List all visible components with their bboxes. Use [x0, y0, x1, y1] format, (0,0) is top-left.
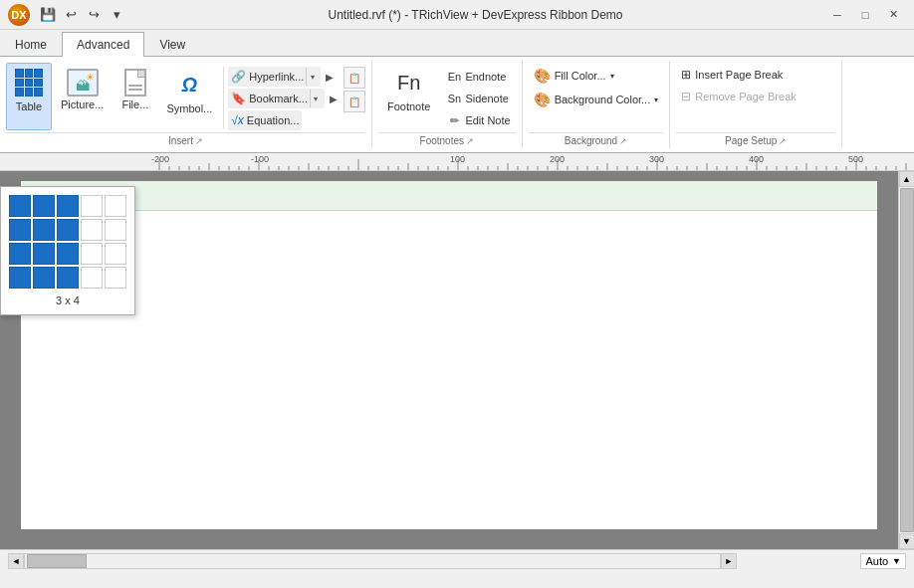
save-quick-btn[interactable]: 💾 — [38, 5, 58, 25]
page-setup-expand-icon[interactable]: ↗ — [779, 136, 787, 146]
endnote-button[interactable]: En Endnote — [441, 67, 515, 87]
footnotes-group-content: Fn Footnote En Endnote Sn Sidenote ✏ Edi… — [378, 61, 516, 132]
bookmark-icon: 🔖 — [231, 92, 246, 105]
table-picker-cell[interactable] — [105, 195, 126, 217]
zoom-arrow: ▼ — [892, 556, 901, 566]
bookmark-button[interactable]: 🔖 Bookmark... ▾ — [228, 89, 325, 108]
table-picker-cell[interactable] — [105, 267, 126, 289]
scroll-down-button[interactable]: ▼ — [899, 533, 915, 549]
table-button[interactable]: Table — [6, 63, 52, 130]
sidenote-button[interactable]: Sn Sidenote — [441, 89, 515, 108]
edit-note-button[interactable]: ✏ Edit Note — [441, 110, 515, 130]
bookmark-arrow[interactable]: ▾ — [310, 90, 322, 107]
h-scroll-thumb[interactable] — [27, 554, 87, 568]
table-picker-cell[interactable] — [105, 243, 126, 265]
title-bar: DX 💾 ↩ ↪ ▾ Untitled.rvf (*) - TRichView … — [0, 0, 914, 30]
separator-1 — [223, 67, 224, 128]
close-button[interactable]: ✕ — [880, 4, 906, 26]
undo-quick-btn[interactable]: ↩ — [61, 5, 81, 25]
bookmark-label: Bookmark... — [249, 93, 308, 104]
background-color-arrow[interactable]: ▾ — [654, 96, 658, 104]
background-color-label: Background Color... — [555, 94, 651, 105]
page-highlight — [21, 181, 877, 211]
fill-color-label: Fill Color... — [555, 70, 606, 82]
window-controls: ─ □ ✕ — [824, 4, 906, 26]
hyperlink-button[interactable]: 🔗 Hyperlink... ▾ — [228, 67, 321, 87]
hyperlink-label: Hyperlink... — [249, 71, 304, 83]
tab-advanced[interactable]: Advanced — [62, 32, 144, 57]
hyp-eq-col: 🔗 Hyperlink... ▾ ▶ 🔖 Bookmark... ▾ ▶ — [228, 63, 342, 132]
hyperlink-icon: 🔗 — [231, 70, 246, 84]
table-picker-cell[interactable] — [105, 219, 126, 241]
redo-quick-btn[interactable]: ↪ — [84, 5, 104, 25]
table-picker-cell[interactable] — [33, 243, 55, 265]
equation-button[interactable]: √x Equation... — [228, 110, 302, 130]
hyperlink-more[interactable]: ▶ — [322, 67, 338, 87]
background-group-label: Background ↗ — [529, 132, 664, 148]
endsidenote-col: En Endnote Sn Sidenote ✏ Edit Note — [441, 63, 515, 130]
table-picker-cell[interactable] — [57, 243, 79, 265]
symbol-label: Symbol... — [166, 102, 212, 114]
zoom-select[interactable]: Auto ▼ — [860, 553, 906, 569]
table-picker-cell[interactable] — [33, 267, 55, 289]
table-picker-popup: 3 x 4 — [0, 186, 135, 315]
insert-page-break-button[interactable]: ⊞ Insert Page Break — [676, 65, 788, 85]
table-picker-cell[interactable] — [33, 219, 55, 241]
footnotes-expand-icon[interactable]: ↗ — [466, 136, 474, 146]
hyperlink-arrow[interactable]: ▾ — [306, 68, 318, 86]
extra-btn-1[interactable]: 📋 — [343, 67, 365, 89]
table-picker-cell[interactable] — [33, 195, 55, 217]
fill-color-arrow[interactable]: ▾ — [610, 72, 614, 81]
extra-btn-2[interactable]: 📋 — [343, 91, 365, 112]
symbol-icon: Ω — [173, 69, 205, 100]
tab-home[interactable]: Home — [0, 32, 62, 57]
table-picker-cell[interactable] — [57, 219, 79, 241]
qa-dropdown-btn[interactable]: ▾ — [107, 5, 126, 25]
picture-button[interactable]: 🏔 ☀ Picture... — [54, 65, 111, 132]
insert-expand-icon[interactable]: ↗ — [195, 136, 203, 146]
picture-icon: 🏔 ☀ — [67, 69, 99, 97]
file-button[interactable]: File... — [113, 65, 157, 132]
fill-color-button[interactable]: 🎨 Fill Color... ▾ — [529, 65, 664, 87]
bookmark-more[interactable]: ▶ — [326, 89, 342, 108]
maximize-button[interactable]: □ — [852, 4, 878, 26]
footnote-button[interactable]: Fn Footnote — [378, 63, 439, 130]
insert-group-content: Table 🏔 ☀ Picture... — [6, 61, 365, 132]
table-col: Table — [6, 63, 52, 132]
table-picker-cell[interactable] — [81, 219, 103, 241]
fill-color-icon: 🎨 — [534, 68, 551, 84]
insert-page-break-icon: ⊞ — [681, 68, 691, 82]
table-picker-cell[interactable] — [57, 195, 79, 217]
horizontal-scrollbar[interactable] — [24, 553, 721, 569]
table-picker-cell[interactable] — [9, 195, 31, 217]
scroll-thumb[interactable] — [900, 188, 914, 532]
table-icon-grid — [13, 67, 45, 98]
tab-view[interactable]: View — [144, 32, 200, 57]
table-picker-cell[interactable] — [57, 267, 79, 289]
edit-note-label: Edit Note — [465, 114, 510, 126]
remove-page-break-icon: ⊟ — [681, 90, 691, 103]
table-picker-cell[interactable] — [81, 243, 103, 265]
background-color-button[interactable]: 🎨 Background Color... ▾ — [529, 89, 664, 110]
hyperlink-row: 🔗 Hyperlink... ▾ ▶ — [228, 67, 342, 87]
table-picker-cell[interactable] — [81, 267, 103, 289]
table-picker-cell[interactable] — [9, 243, 31, 265]
table-picker-cell[interactable] — [81, 195, 103, 217]
h-scroll-right-button[interactable]: ► — [721, 553, 737, 569]
background-expand-icon[interactable]: ↗ — [619, 136, 627, 146]
background-color-icon: 🎨 — [534, 92, 551, 107]
h-scroll-left-button[interactable]: ◄ — [8, 553, 24, 569]
status-left: ◄ ► — [8, 553, 737, 569]
table-label: Table — [16, 100, 42, 112]
table-picker-cell[interactable] — [9, 219, 31, 241]
status-bar: ◄ ► Auto ▼ — [0, 549, 914, 571]
picture-label: Picture... — [61, 98, 104, 110]
symbol-button[interactable]: Ω Symbol... — [159, 65, 219, 132]
ribbon-group-page-setup: ⊞ Insert Page Break ⊟ Remove Page Break … — [670, 61, 842, 148]
minimize-button[interactable]: ─ — [824, 4, 850, 26]
edit-note-icon: ✏ — [446, 112, 462, 128]
table-picker-cell[interactable] — [9, 267, 31, 289]
scroll-up-button[interactable]: ▲ — [899, 171, 915, 187]
extra-btns-col: 📋 📋 — [343, 63, 365, 132]
remove-page-break-button[interactable]: ⊟ Remove Page Break — [676, 87, 801, 106]
